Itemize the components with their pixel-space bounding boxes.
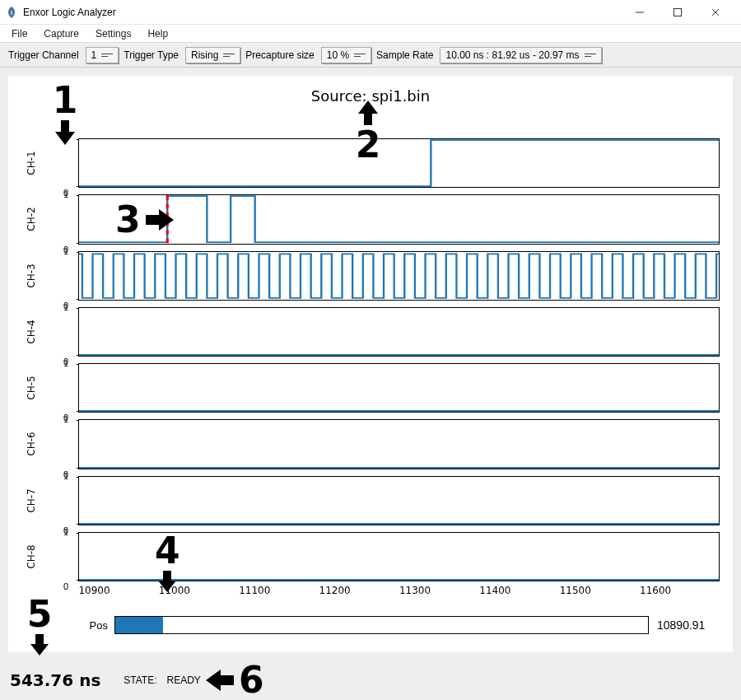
window-title: Enxor Logic Analyzer: [23, 7, 116, 18]
precapture-label: Precapture size: [245, 49, 314, 61]
position-label: Pos: [78, 619, 114, 632]
svg-rect-0: [11, 11, 12, 15]
position-thumb[interactable]: [115, 617, 163, 633]
position-slider[interactable]: [114, 616, 649, 634]
channel-4-strip: CH-4 10: [54, 304, 720, 360]
maximize-icon: [673, 7, 683, 17]
precapture-select[interactable]: 10 %: [321, 47, 371, 63]
state-value: READY: [167, 674, 201, 686]
close-icon: [711, 7, 720, 17]
menu-settings[interactable]: Settings: [87, 26, 139, 41]
window-minimize-button[interactable]: [621, 0, 659, 25]
trigger-channel-label: Trigger Channel: [8, 49, 79, 61]
channel-strip-area[interactable]: CH-1 1 0 CH-2 1 0: [54, 135, 720, 585]
x-tick: 11200: [319, 585, 351, 596]
dropdown-icon: [585, 54, 596, 57]
arrow-down-icon: [26, 632, 53, 657]
sample-rate-label: Sample Rate: [376, 49, 433, 61]
channel-2-strip: CH-2 1 0: [54, 191, 720, 247]
menu-help[interactable]: Help: [139, 26, 176, 41]
channel-1-label: CH-1: [26, 151, 37, 175]
channel-6-strip: CH-6 10: [54, 416, 720, 472]
channel-4-plot: [78, 307, 720, 357]
dropdown-icon: [223, 54, 235, 57]
dropdown-icon: [354, 54, 366, 57]
position-value: 10890.91: [649, 618, 720, 632]
cursor-time: 543.76 ns: [10, 670, 100, 690]
channel-7-label: CH-7: [26, 488, 37, 512]
channel-3-label: CH-3: [26, 264, 37, 287]
annotation-6: 6: [206, 662, 264, 698]
titlebar: Enxor Logic Analyzer: [0, 0, 741, 25]
channel-8-strip: CH-8 10: [54, 529, 720, 585]
channel-7-strip: CH-7 10: [54, 473, 720, 529]
arrow-left-icon: [206, 668, 235, 693]
x-axis: 1090011000111001120011300114001150011600: [78, 585, 720, 603]
channel-6-label: CH-6: [26, 432, 37, 456]
ytick-1: 1: [63, 246, 68, 256]
channel-1-strip: CH-1 1 0: [54, 135, 720, 191]
channel-6-plot: [78, 419, 720, 469]
trigger-type-label: Trigger Type: [124, 49, 179, 61]
position-row: Pos 10890.91: [78, 614, 720, 636]
content-area: Source: spi1.bin CH-1 1 0 CH-2 1 0: [0, 68, 741, 660]
channel-7-plot: [78, 476, 720, 525]
x-tick: 11000: [159, 585, 190, 596]
menubar: File Capture Settings Help: [0, 25, 741, 43]
precapture-value: 10 %: [327, 49, 349, 61]
trigger-channel-select[interactable]: 1: [86, 47, 119, 63]
channel-5-plot: [78, 363, 720, 413]
toolbar: Trigger Channel 1 Trigger Type Rising Pr…: [0, 43, 741, 68]
x-tick: 11600: [640, 585, 671, 596]
channel-5-strip: CH-5 10: [54, 360, 720, 416]
channel-8-label: CH-8: [26, 544, 37, 568]
statusbar: 543.76 ns STATE: READY 6: [0, 660, 741, 700]
trigger-type-select[interactable]: Rising: [185, 47, 240, 63]
trigger-type-value: Rising: [191, 49, 218, 61]
app-icon: [5, 6, 18, 19]
window-close-button[interactable]: [697, 0, 734, 25]
source-title: Source: spi1.bin: [8, 87, 733, 105]
x-tick: 11500: [560, 585, 591, 596]
window-maximize-button[interactable]: [659, 0, 697, 25]
x-tick: 11100: [239, 585, 270, 596]
trigger-channel-value: 1: [91, 49, 97, 61]
sample-rate-select[interactable]: 10.00 ns : 81.92 us - 20.97 ms: [440, 47, 601, 63]
channel-3-strip: CH-3 1 0: [54, 248, 720, 304]
channel-5-label: CH-5: [26, 376, 37, 399]
ytick-1: 1: [63, 189, 68, 199]
state-label: STATE:: [124, 674, 156, 686]
x-tick: 11300: [399, 585, 431, 596]
channel-1-plot: [78, 138, 720, 188]
sample-rate-value: 10.00 ns : 81.92 us - 20.97 ms: [445, 49, 579, 61]
dropdown-icon: [101, 54, 113, 57]
chart-canvas: Source: spi1.bin CH-1 1 0 CH-2 1 0: [8, 76, 733, 652]
menu-file[interactable]: File: [3, 26, 35, 41]
channel-2-label: CH-2: [26, 208, 37, 231]
minimize-icon: [635, 7, 645, 17]
x-tick: 10900: [78, 585, 110, 596]
x-tick: 11400: [479, 585, 510, 596]
svg-rect-2: [674, 8, 682, 16]
annotation-5: 5: [26, 596, 53, 657]
channel-2-plot: [78, 194, 720, 244]
channel-8-plot: [78, 532, 720, 581]
menu-capture[interactable]: Capture: [35, 26, 87, 41]
ytick-1: 1: [63, 133, 68, 143]
channel-4-label: CH-4: [26, 320, 37, 343]
channel-3-plot: [78, 251, 720, 301]
